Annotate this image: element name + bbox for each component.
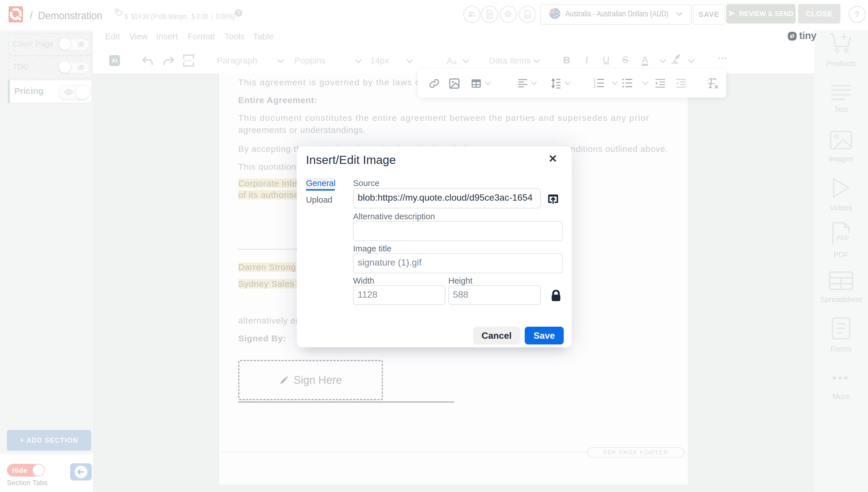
svg-text:PDF: PDF	[526, 15, 530, 18]
svg-text:PDF: PDF	[837, 234, 849, 241]
svg-text:3: 3	[594, 85, 596, 89]
